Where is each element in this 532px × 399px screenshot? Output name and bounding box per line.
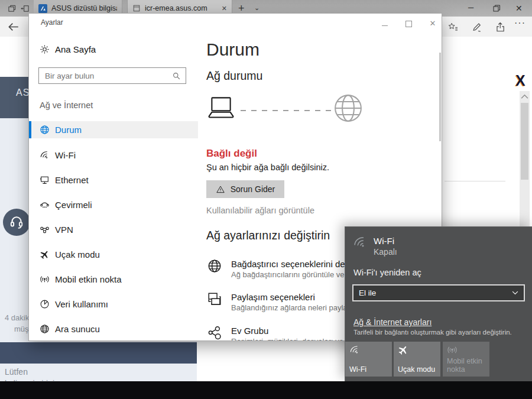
sidebar-item-home[interactable]: Ana Sayfa [40,44,96,54]
hotspot-icon [447,345,458,355]
connection-dashed-line [241,110,332,111]
status-text: Bağlı değil [206,148,257,160]
web-note-pen-icon[interactable] [472,22,482,33]
search-input[interactable] [39,72,173,80]
sidebar-item-airplane-mode[interactable]: Uçak modu [29,246,198,263]
reenable-label: Wi-Fi'ı yeniden aç [353,268,421,277]
page-favicon [132,4,141,12]
asus-favicon [38,4,47,13]
sidebar-item-durum[interactable]: Durum [29,121,198,138]
wifi-icon [347,342,362,357]
sidebar-item-data-usage[interactable]: Veri kullanımı [29,296,198,313]
sidebar-item-proxy[interactable]: Ara sunucu [29,320,198,338]
airplane-icon [395,342,410,357]
flyout-tile-airplane-mode[interactable]: Uçak modu [394,342,440,377]
tab-title: icr-emea.asus.com [145,4,218,12]
settings-scrollbar-thumb[interactable] [439,53,441,141]
chevron-down-icon [512,291,518,295]
warning-icon [216,185,225,194]
home-label: Ana Sayfa [55,44,96,54]
vpn-icon [40,225,50,235]
internet-globe-icon [333,93,363,123]
flyout-tile-mobile-hotspot[interactable]: Mobil etkin nokta [443,342,489,377]
page-overlay-close-x[interactable]: X [515,72,525,89]
screen: ASUS dizüstü bilgisayar, kat icr-emea.as… [0,0,532,399]
view-networks-link[interactable]: Kullanılabilir ağları görüntüle [206,206,314,215]
gear-icon [40,44,50,54]
back-icon[interactable] [8,21,19,33]
network-status-heading: Ağ durumu [206,69,262,83]
more-menu-icon[interactable]: ··· [514,18,525,28]
browser-close-button[interactable]: ✕ [515,0,523,17]
chat-divider-bar [0,342,197,364]
settings-search-box[interactable] [38,67,186,84]
wifi-status-icon [353,235,367,249]
headset-icon [3,209,30,236]
wifi-flyout: Wi-Fi Kapalı Wi-Fi'ı yeniden aç El ile A… [345,226,532,381]
dialup-icon [40,200,50,210]
browser-minimize-button[interactable]: ─ [468,0,473,15]
wifi-icon [38,148,52,163]
selected-accent-bar [29,121,31,138]
page-divider [445,181,505,181]
tab-close-icon[interactable]: ✕ [222,5,227,12]
settings-maximize-button[interactable] [404,20,413,29]
settings-minimize-button[interactable] [381,19,389,28]
settings-close-button[interactable]: ✕ [429,19,437,28]
tab-title: ASUS dizüstü bilgisayar, kat [51,4,117,12]
sidebar-item-ethernet[interactable]: Ethernet [29,171,198,189]
browser-restore-button[interactable] [493,5,500,12]
sidebar-item-dialup[interactable]: Çevirmeli [29,196,198,213]
flyout-caption: Tarifeli bir bağlantı oluşturmak gibi ay… [353,329,531,336]
flyout-tile-wifi[interactable]: Wi-Fi [345,342,392,377]
change-settings-heading: Ağ ayarlarınızı değiştirin [206,229,330,242]
status-detail: Şu an hiçbir ağa bağlı değilsiniz. [206,163,329,172]
favorites-hub-icon[interactable] [447,22,459,31]
sidebar-item-mobile-hotspot[interactable]: Mobil etkin nokta [29,271,198,288]
taskbar: e 04:27 2.04.2018 [0,381,532,399]
airplane-icon [38,248,52,262]
troubleshoot-button[interactable]: Sorun Gider [206,180,284,198]
share-icon[interactable] [495,22,505,33]
sidebar-section-title: Ağ ve İnternet [40,100,93,110]
pie-chart-icon [40,299,50,309]
sidebar-item-vpn[interactable]: VPN [29,221,198,238]
tab-preview-icon[interactable] [8,4,17,13]
scroll-up-icon [521,94,528,99]
flyout-state: Kapalı [374,247,397,257]
sidebar-item-wifi[interactable]: Wi-Fi [29,147,198,164]
laptop-icon [206,94,236,121]
page-title: Durum [206,40,259,60]
settings-window-title: Ayarlar [41,18,63,27]
ethernet-icon [40,175,50,185]
globe-icon [40,125,50,135]
search-icon [173,72,180,80]
set-tabs-aside-icon[interactable] [21,4,30,13]
homegroup-icon [207,325,222,340]
adapter-globe-icon [207,258,222,274]
chat-prompt-line1: Lütfen [5,367,28,377]
reenable-dropdown[interactable]: El ile [352,284,525,301]
sharing-options-icon [207,291,222,307]
hotspot-icon [40,274,50,284]
flyout-title: Wi-Fi [374,236,394,246]
globe-icon [40,324,50,334]
page-scrollbar-thumb[interactable] [521,103,528,180]
network-settings-link[interactable]: Ağ & İnternet ayarları [353,317,432,327]
